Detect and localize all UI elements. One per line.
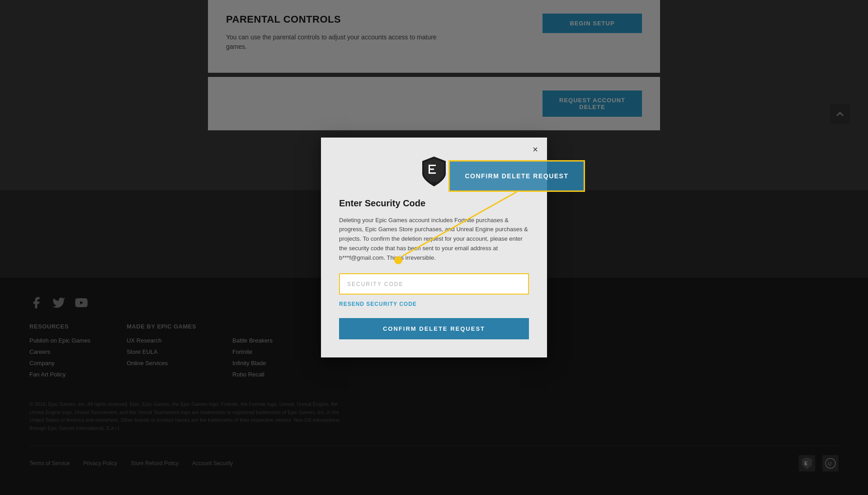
epic-games-logo xyxy=(420,156,448,187)
modal-title: Enter Security Code xyxy=(339,198,529,209)
modal-description: Deleting your Epic Games account include… xyxy=(339,216,529,263)
confirm-delete-button[interactable]: CONFIRM DELETE REQUEST xyxy=(339,318,529,339)
svg-rect-7 xyxy=(429,165,430,174)
modal-logo xyxy=(339,156,529,187)
security-code-input[interactable] xyxy=(339,273,529,295)
resend-security-code-link[interactable]: RESEND SECURITY CODE xyxy=(339,301,529,307)
modal-close-button[interactable]: × xyxy=(533,145,538,154)
modal-overlay: × Enter Security Code Deleting your Epic… xyxy=(0,0,868,495)
modal-dialog: × Enter Security Code Deleting your Epic… xyxy=(321,138,547,358)
